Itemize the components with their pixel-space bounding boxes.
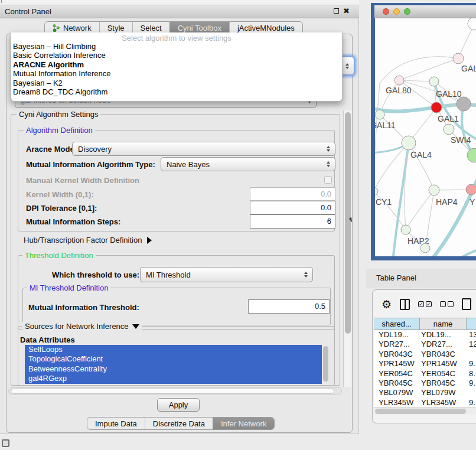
- algorithm-option-dream8-dc-tdc-algorithm[interactable]: Dream8 DC_TDC Algorithm: [13, 87, 340, 96]
- node-gal10[interactable]: [429, 77, 439, 86]
- tab-jactivemnodules[interactable]: jActiveMNodules: [229, 22, 302, 34]
- node-green-right[interactable]: [467, 148, 476, 162]
- network-canvas[interactable]: GALGAL80GAL10GAL1GAL11SWI4GAL4GCY1HAP4YH…: [375, 18, 476, 256]
- network-edge-thick[interactable]: [393, 143, 409, 256]
- network-edge-thick[interactable]: [462, 104, 474, 155]
- settings-vertical-scrollbar[interactable]: [343, 110, 351, 387]
- settings-horizontal-scrollbar-thumb[interactable]: [11, 389, 334, 394]
- cyni-algorithm-settings-legend: Cyni Algorithm Settings: [17, 110, 100, 119]
- node-gal1-label: GAL1: [438, 114, 459, 123]
- sources-legend[interactable]: Sources for Network Inference: [22, 322, 142, 331]
- tab-cyni-toolbox[interactable]: Cyni Toolbox: [169, 22, 229, 34]
- node-salmon-label: Y: [470, 197, 475, 207]
- table-row[interactable]: YBL079WYBL079W: [374, 388, 476, 397]
- table-row[interactable]: YDR27...YDR27...12: [374, 340, 476, 349]
- hub-definition-toggle[interactable]: Hub/Transcription Factor Definition: [24, 236, 152, 244]
- columns-icon[interactable]: [400, 299, 410, 310]
- mi-threshold-value: 0.5: [315, 302, 325, 311]
- attributes-list-scrollbar[interactable]: [323, 346, 328, 381]
- network-edge[interactable]: [380, 57, 458, 83]
- tab-select-label: Select: [141, 24, 162, 32]
- column-header-shared[interactable]: shared...: [374, 318, 420, 330]
- table-cell: YPR145W: [420, 359, 467, 369]
- column-header-name[interactable]: name: [420, 318, 467, 330]
- network-edge[interactable]: [375, 83, 380, 191]
- table-row[interactable]: YPR145WYPR145W9.: [374, 359, 476, 369]
- attribute-item-betweennesscentrality[interactable]: BetweennessCentrality: [25, 364, 322, 374]
- node-gal11[interactable]: [375, 110, 384, 119]
- window-close-icon[interactable]: [383, 8, 389, 15]
- aracne-mode-combobox[interactable]: Discovery: [72, 142, 335, 156]
- column-header-2[interactable]: [467, 318, 476, 330]
- table-row[interactable]: YDL19...YDL19...13: [374, 330, 476, 340]
- node-swi4[interactable]: [444, 124, 454, 135]
- network-view-window[interactable]: GALGAL80GAL10GAL1GAL11SWI4GAL4GCY1HAP4YH…: [371, 3, 476, 260]
- attribute-item-gal4rgexp[interactable]: gal4RGexp: [25, 374, 322, 383]
- tab-infer-network[interactable]: Infer Network: [213, 418, 274, 429]
- tab-select[interactable]: Select: [132, 22, 169, 34]
- node-hap4[interactable]: [429, 185, 439, 195]
- window-minimize-icon[interactable]: [393, 8, 400, 15]
- node-gal-partial[interactable]: [453, 53, 464, 64]
- node-bottom-partial[interactable]: [420, 243, 430, 253]
- float-window-icon[interactable]: [334, 8, 339, 14]
- node-gal80[interactable]: [395, 76, 404, 85]
- table-horizontal-scrollbar-thumb[interactable]: [375, 409, 466, 414]
- network-window-titlebar[interactable]: [374, 5, 476, 18]
- attribute-item-topologicalcoefficient[interactable]: TopologicalCoefficient: [25, 354, 322, 364]
- apply-button[interactable]: Apply: [157, 398, 200, 412]
- which-threshold-combobox[interactable]: MI Threshold: [140, 267, 313, 282]
- tab-network[interactable]: Network: [45, 22, 99, 34]
- algorithm-option-mutual-information-inference[interactable]: Mutual Information Inference: [13, 69, 340, 78]
- table-cell: YER054C: [374, 369, 420, 379]
- node-gcy1-label: GCY1: [375, 197, 392, 207]
- table-row[interactable]: YBR045CYBR045C9.: [374, 379, 476, 388]
- dpi-tolerance-input[interactable]: 0.0: [250, 201, 335, 214]
- data-attributes-list[interactable]: SelfLoopsTopologicalCoefficientBetweenne…: [25, 345, 322, 385]
- tab-impute-data[interactable]: Impute Data: [87, 418, 145, 429]
- aracne-mode-label: Aracne Mode:: [26, 145, 77, 154]
- docked-panel-icon[interactable]: [2, 439, 9, 447]
- tab-style[interactable]: Style: [99, 22, 132, 34]
- table-row[interactable]: YLR345WYLR345W9.: [374, 398, 476, 407]
- tab-discretize-data[interactable]: Discretize Data: [145, 418, 213, 429]
- algorithm-definition-legend: Algorithm Definition: [24, 126, 95, 135]
- close-panel-icon[interactable]: ✖: [343, 8, 350, 14]
- node-top-partial[interactable]: [468, 18, 476, 30]
- table-row[interactable]: YBR043CYBR043C: [374, 350, 476, 359]
- node-gal4[interactable]: [402, 136, 416, 150]
- mi-threshold-input[interactable]: 0.5: [248, 299, 330, 314]
- node-swi4-label: SWI4: [451, 135, 471, 145]
- settings-horizontal-scrollbar[interactable]: [8, 387, 342, 395]
- kernel-width-input[interactable]: 0.0: [250, 187, 335, 201]
- algorithm-option-bayesian-k2[interactable]: Bayesian – K2: [13, 79, 340, 87]
- node-gray[interactable]: [457, 97, 471, 111]
- control-panel-title: Control Panel: [5, 7, 51, 16]
- deselect-all-columns-icon[interactable]: [440, 301, 454, 307]
- manual-kernel-checkbox[interactable]: [324, 176, 332, 184]
- node-salmon[interactable]: [466, 184, 476, 195]
- mi-type-combobox[interactable]: Naive Bayes: [161, 157, 335, 171]
- select-all-columns-icon[interactable]: ✓✓: [418, 301, 432, 307]
- table-row[interactable]: YER054CYER054C8.: [374, 369, 476, 379]
- add-column-icon[interactable]: [462, 298, 471, 310]
- window-zoom-icon[interactable]: [404, 8, 410, 15]
- tab-impute-data-label: Impute Data: [95, 419, 137, 428]
- node-gal4-label: GAL4: [410, 150, 432, 159]
- node-hap2[interactable]: [401, 225, 410, 234]
- table-cell: YDR27...: [374, 340, 420, 349]
- network-edge[interactable]: [399, 80, 434, 81]
- network-edge[interactable]: [406, 190, 434, 230]
- table-horizontal-scrollbar[interactable]: [374, 407, 476, 415]
- algorithm-option-bayesian-hill-climbing[interactable]: Bayesian – Hill Climbing: [13, 42, 340, 51]
- node-gcy1[interactable]: [375, 187, 378, 195]
- tab-discretize-data-label: Discretize Data: [153, 419, 205, 428]
- threshold-definition-legend: Threshold Definition: [22, 251, 96, 260]
- attribute-item-selfloops[interactable]: SelfLoops: [25, 345, 322, 354]
- algorithm-option-basic-correlation-inference[interactable]: Basic Correlation Inference: [13, 51, 340, 60]
- mi-steps-input[interactable]: 6: [250, 214, 335, 229]
- settings-vertical-scrollbar-thumb[interactable]: [345, 112, 351, 334]
- node-gal1[interactable]: [431, 102, 442, 113]
- algorithm-option-aracne-algorithm[interactable]: ARACNE Algorithm: [13, 60, 340, 69]
- gear-icon[interactable]: ⚙: [382, 299, 392, 310]
